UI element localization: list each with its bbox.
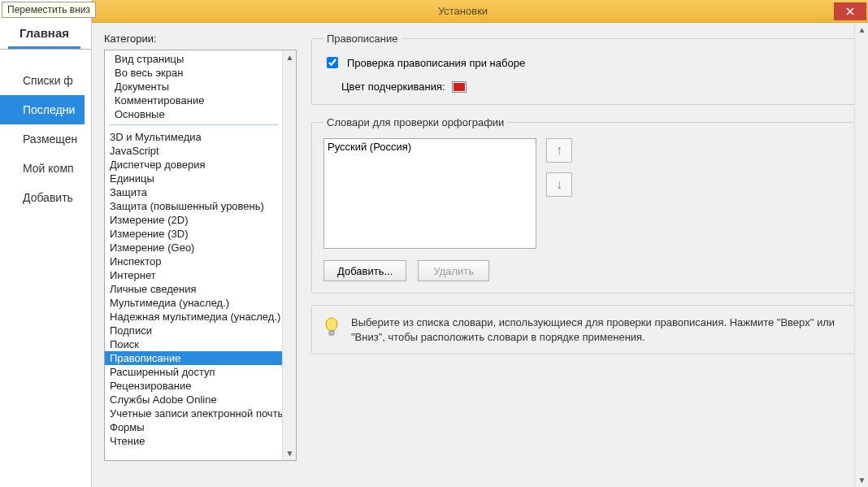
category-item[interactable]: JavaScript: [105, 144, 296, 158]
category-item[interactable]: Личные сведения: [105, 282, 296, 296]
category-item[interactable]: 3D и Мультимедиа: [105, 130, 296, 144]
category-item[interactable]: Интернет: [105, 268, 296, 282]
category-item[interactable]: Подписи: [105, 324, 296, 337]
category-item[interactable]: Вид страницы: [110, 52, 278, 66]
arrow-down-icon: ↓: [556, 177, 562, 192]
category-item[interactable]: Формы: [105, 420, 296, 434]
hint-box: Выберите из списка словари, использующие…: [311, 305, 861, 354]
category-item[interactable]: Инспектор: [105, 254, 296, 268]
sidebar-item[interactable]: Мой комп: [0, 154, 85, 183]
preferences-dialog: Установки Категории: Вид страницыВо весь…: [91, 0, 868, 487]
close-icon: [846, 7, 854, 15]
underline-color-row: Цвет подчеркивания:: [323, 80, 849, 93]
category-item[interactable]: Защита (повышенный уровень): [105, 199, 296, 213]
category-item[interactable]: Диспетчер доверия: [105, 158, 296, 172]
category-item[interactable]: Измерение (2D): [105, 213, 296, 227]
dictionaries-legend: Словари для проверки орфографии: [323, 116, 507, 128]
tooltip-move-down: Переместить вниз: [2, 2, 96, 18]
left-nav: Списки фПоследниРазмещенМой компДобавить: [0, 50, 85, 487]
arrow-up-icon: ↑: [556, 143, 562, 158]
tab-main[interactable]: Главная: [8, 20, 80, 49]
add-dictionary-button[interactable]: Добавить...: [323, 260, 406, 281]
category-item[interactable]: Во весь экран: [110, 66, 278, 80]
category-item[interactable]: Поиск: [105, 337, 296, 351]
scroll-up-icon[interactable]: ▲: [283, 50, 297, 64]
category-item[interactable]: Измерение (3D): [105, 227, 296, 241]
categories-scrollbar[interactable]: ▲ ▼: [282, 50, 296, 460]
dictionary-list[interactable]: Русский (Россия): [323, 138, 536, 249]
categories-list[interactable]: Вид страницыВо весь экранДокументыКоммен…: [104, 50, 297, 461]
sidebar-item[interactable]: Добавить: [0, 183, 85, 212]
category-item[interactable]: Мультимедиа (унаслед.): [105, 296, 296, 310]
close-button[interactable]: [834, 2, 866, 20]
svg-point-0: [326, 318, 337, 331]
dictionaries-fieldset: Словари для проверки орфографии Русский …: [311, 116, 861, 294]
color-swatch-icon: [454, 83, 465, 91]
svg-rect-1: [329, 331, 334, 335]
category-item[interactable]: Расширенный доступ: [105, 365, 296, 379]
dialog-titlebar: Установки: [92, 0, 868, 23]
category-item[interactable]: Основные: [110, 107, 278, 121]
category-item[interactable]: Службы Adobe Online: [105, 393, 296, 407]
settings-pane: Правописание Проверка правописания при н…: [311, 33, 868, 487]
category-item[interactable]: Рецензирование: [105, 379, 296, 393]
underline-color-picker[interactable]: [452, 81, 467, 93]
sidebar-item[interactable]: Размещен: [0, 124, 85, 154]
lightbulb-icon: [323, 317, 340, 341]
category-item[interactable]: Чтение: [105, 434, 296, 448]
spelling-legend: Правописание: [323, 33, 401, 45]
move-down-button[interactable]: ↓: [546, 172, 572, 197]
hint-text: Выберите из списка словари, использующие…: [351, 315, 849, 344]
move-up-button[interactable]: ↑: [546, 138, 572, 163]
dialog-scrollbar[interactable]: ▲ ▼: [854, 23, 868, 487]
remove-dictionary-button[interactable]: Удалить: [418, 260, 489, 281]
category-item[interactable]: Защита: [105, 185, 296, 199]
dialog-title: Установки: [92, 5, 834, 17]
category-item[interactable]: Комментирование: [110, 93, 278, 107]
category-item[interactable]: Надежная мультимедиа (унаслед.): [105, 310, 296, 324]
underline-color-label: Цвет подчеркивания:: [341, 80, 445, 93]
categories-pane: Категории: Вид страницыВо весь экранДоку…: [104, 33, 297, 487]
category-item[interactable]: Учетные записи электронной почты: [105, 407, 296, 420]
scroll-down-icon[interactable]: ▼: [855, 473, 868, 487]
spellcheck-checkbox[interactable]: [327, 57, 338, 68]
spellcheck-label: Проверка правописания при наборе: [347, 57, 525, 69]
spellcheck-row: Проверка правописания при наборе: [323, 54, 849, 71]
categories-label: Категории:: [104, 33, 297, 45]
sidebar-item[interactable]: Последни: [0, 95, 85, 124]
scroll-down-icon[interactable]: ▼: [283, 446, 297, 460]
category-item[interactable]: Правописание: [105, 351, 296, 365]
category-item[interactable]: Документы: [110, 80, 278, 93]
scroll-up-icon[interactable]: ▲: [855, 23, 868, 37]
sidebar-item[interactable]: Списки ф: [0, 66, 85, 95]
category-item[interactable]: Измерение (Geo): [105, 241, 296, 254]
category-item[interactable]: Единицы: [105, 172, 296, 185]
spelling-fieldset: Правописание Проверка правописания при н…: [311, 33, 861, 105]
dictionary-item[interactable]: Русский (Россия): [328, 141, 532, 153]
